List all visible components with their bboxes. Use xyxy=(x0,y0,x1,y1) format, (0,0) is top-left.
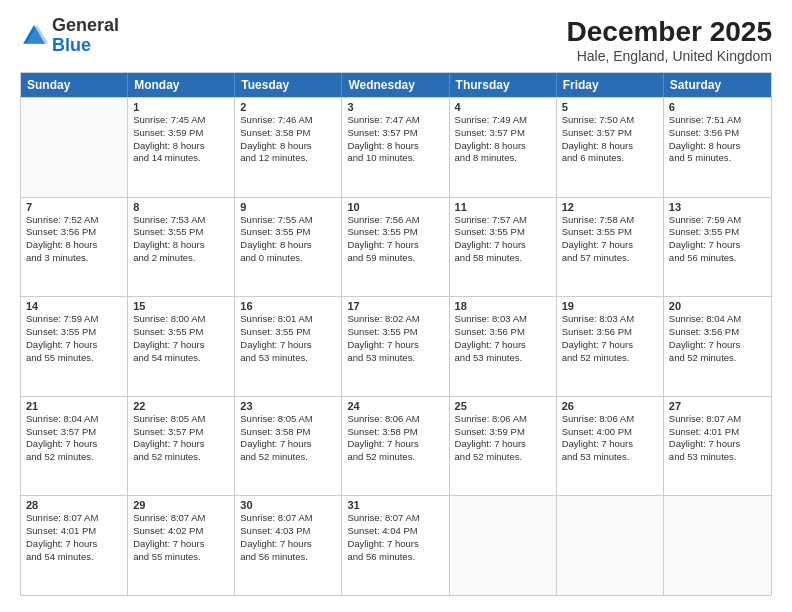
day-info: Sunrise: 8:05 AM Sunset: 3:58 PM Dayligh… xyxy=(240,413,336,464)
calendar-day-31: 31Sunrise: 8:07 AM Sunset: 4:04 PM Dayli… xyxy=(342,496,449,595)
calendar-day-14: 14Sunrise: 7:59 AM Sunset: 3:55 PM Dayli… xyxy=(21,297,128,396)
header-day-saturday: Saturday xyxy=(664,73,771,97)
day-number: 29 xyxy=(133,499,229,511)
header: General Blue December 2025 Hale, England… xyxy=(20,16,772,64)
calendar-day-24: 24Sunrise: 8:06 AM Sunset: 3:58 PM Dayli… xyxy=(342,397,449,496)
day-info: Sunrise: 7:46 AM Sunset: 3:58 PM Dayligh… xyxy=(240,114,336,165)
day-info: Sunrise: 7:59 AM Sunset: 3:55 PM Dayligh… xyxy=(669,214,766,265)
calendar-day-17: 17Sunrise: 8:02 AM Sunset: 3:55 PM Dayli… xyxy=(342,297,449,396)
day-number: 24 xyxy=(347,400,443,412)
calendar-empty-cell xyxy=(664,496,771,595)
day-info: Sunrise: 8:06 AM Sunset: 3:59 PM Dayligh… xyxy=(455,413,551,464)
calendar-day-10: 10Sunrise: 7:56 AM Sunset: 3:55 PM Dayli… xyxy=(342,198,449,297)
day-info: Sunrise: 8:06 AM Sunset: 3:58 PM Dayligh… xyxy=(347,413,443,464)
calendar-day-13: 13Sunrise: 7:59 AM Sunset: 3:55 PM Dayli… xyxy=(664,198,771,297)
day-info: Sunrise: 7:59 AM Sunset: 3:55 PM Dayligh… xyxy=(26,313,122,364)
header-day-monday: Monday xyxy=(128,73,235,97)
calendar-week-4: 21Sunrise: 8:04 AM Sunset: 3:57 PM Dayli… xyxy=(21,396,771,496)
day-info: Sunrise: 7:47 AM Sunset: 3:57 PM Dayligh… xyxy=(347,114,443,165)
calendar-day-28: 28Sunrise: 8:07 AM Sunset: 4:01 PM Dayli… xyxy=(21,496,128,595)
day-number: 18 xyxy=(455,300,551,312)
header-day-friday: Friday xyxy=(557,73,664,97)
day-info: Sunrise: 7:56 AM Sunset: 3:55 PM Dayligh… xyxy=(347,214,443,265)
day-number: 9 xyxy=(240,201,336,213)
day-info: Sunrise: 8:02 AM Sunset: 3:55 PM Dayligh… xyxy=(347,313,443,364)
day-number: 25 xyxy=(455,400,551,412)
calendar-day-6: 6Sunrise: 7:51 AM Sunset: 3:56 PM Daylig… xyxy=(664,98,771,197)
calendar-day-20: 20Sunrise: 8:04 AM Sunset: 3:56 PM Dayli… xyxy=(664,297,771,396)
day-info: Sunrise: 7:50 AM Sunset: 3:57 PM Dayligh… xyxy=(562,114,658,165)
calendar-day-25: 25Sunrise: 8:06 AM Sunset: 3:59 PM Dayli… xyxy=(450,397,557,496)
logo-general-text: General xyxy=(52,15,119,35)
day-number: 27 xyxy=(669,400,766,412)
calendar: SundayMondayTuesdayWednesdayThursdayFrid… xyxy=(20,72,772,596)
calendar-day-26: 26Sunrise: 8:06 AM Sunset: 4:00 PM Dayli… xyxy=(557,397,664,496)
calendar-empty-cell xyxy=(557,496,664,595)
day-number: 12 xyxy=(562,201,658,213)
day-info: Sunrise: 7:53 AM Sunset: 3:55 PM Dayligh… xyxy=(133,214,229,265)
day-number: 26 xyxy=(562,400,658,412)
calendar-header: SundayMondayTuesdayWednesdayThursdayFrid… xyxy=(21,73,771,97)
logo-blue-text: Blue xyxy=(52,35,91,55)
calendar-day-4: 4Sunrise: 7:49 AM Sunset: 3:57 PM Daylig… xyxy=(450,98,557,197)
header-day-wednesday: Wednesday xyxy=(342,73,449,97)
calendar-day-29: 29Sunrise: 8:07 AM Sunset: 4:02 PM Dayli… xyxy=(128,496,235,595)
day-info: Sunrise: 7:51 AM Sunset: 3:56 PM Dayligh… xyxy=(669,114,766,165)
day-info: Sunrise: 8:03 AM Sunset: 3:56 PM Dayligh… xyxy=(455,313,551,364)
day-info: Sunrise: 8:04 AM Sunset: 3:56 PM Dayligh… xyxy=(669,313,766,364)
logo-text: General Blue xyxy=(52,16,119,56)
day-info: Sunrise: 8:06 AM Sunset: 4:00 PM Dayligh… xyxy=(562,413,658,464)
calendar-day-22: 22Sunrise: 8:05 AM Sunset: 3:57 PM Dayli… xyxy=(128,397,235,496)
calendar-day-11: 11Sunrise: 7:57 AM Sunset: 3:55 PM Dayli… xyxy=(450,198,557,297)
calendar-empty-cell xyxy=(450,496,557,595)
day-info: Sunrise: 8:05 AM Sunset: 3:57 PM Dayligh… xyxy=(133,413,229,464)
logo: General Blue xyxy=(20,16,119,56)
day-info: Sunrise: 8:04 AM Sunset: 3:57 PM Dayligh… xyxy=(26,413,122,464)
logo-icon xyxy=(20,22,48,50)
day-number: 19 xyxy=(562,300,658,312)
page: General Blue December 2025 Hale, England… xyxy=(0,0,792,612)
calendar-week-5: 28Sunrise: 8:07 AM Sunset: 4:01 PM Dayli… xyxy=(21,495,771,595)
day-number: 16 xyxy=(240,300,336,312)
day-number: 4 xyxy=(455,101,551,113)
day-number: 30 xyxy=(240,499,336,511)
day-info: Sunrise: 8:07 AM Sunset: 4:03 PM Dayligh… xyxy=(240,512,336,563)
calendar-day-27: 27Sunrise: 8:07 AM Sunset: 4:01 PM Dayli… xyxy=(664,397,771,496)
day-info: Sunrise: 7:49 AM Sunset: 3:57 PM Dayligh… xyxy=(455,114,551,165)
calendar-day-30: 30Sunrise: 8:07 AM Sunset: 4:03 PM Dayli… xyxy=(235,496,342,595)
calendar-day-1: 1Sunrise: 7:45 AM Sunset: 3:59 PM Daylig… xyxy=(128,98,235,197)
day-number: 28 xyxy=(26,499,122,511)
header-day-tuesday: Tuesday xyxy=(235,73,342,97)
location: Hale, England, United Kingdom xyxy=(567,48,772,64)
day-number: 31 xyxy=(347,499,443,511)
header-day-thursday: Thursday xyxy=(450,73,557,97)
calendar-day-7: 7Sunrise: 7:52 AM Sunset: 3:56 PM Daylig… xyxy=(21,198,128,297)
calendar-body: 1Sunrise: 7:45 AM Sunset: 3:59 PM Daylig… xyxy=(21,97,771,595)
day-number: 1 xyxy=(133,101,229,113)
day-number: 2 xyxy=(240,101,336,113)
calendar-day-15: 15Sunrise: 8:00 AM Sunset: 3:55 PM Dayli… xyxy=(128,297,235,396)
day-number: 11 xyxy=(455,201,551,213)
day-number: 23 xyxy=(240,400,336,412)
day-info: Sunrise: 8:07 AM Sunset: 4:01 PM Dayligh… xyxy=(669,413,766,464)
day-number: 5 xyxy=(562,101,658,113)
day-number: 3 xyxy=(347,101,443,113)
calendar-week-3: 14Sunrise: 7:59 AM Sunset: 3:55 PM Dayli… xyxy=(21,296,771,396)
calendar-week-1: 1Sunrise: 7:45 AM Sunset: 3:59 PM Daylig… xyxy=(21,97,771,197)
day-info: Sunrise: 8:07 AM Sunset: 4:01 PM Dayligh… xyxy=(26,512,122,563)
calendar-day-12: 12Sunrise: 7:58 AM Sunset: 3:55 PM Dayli… xyxy=(557,198,664,297)
day-number: 21 xyxy=(26,400,122,412)
calendar-day-3: 3Sunrise: 7:47 AM Sunset: 3:57 PM Daylig… xyxy=(342,98,449,197)
day-number: 10 xyxy=(347,201,443,213)
day-number: 13 xyxy=(669,201,766,213)
calendar-day-2: 2Sunrise: 7:46 AM Sunset: 3:58 PM Daylig… xyxy=(235,98,342,197)
calendar-day-18: 18Sunrise: 8:03 AM Sunset: 3:56 PM Dayli… xyxy=(450,297,557,396)
calendar-day-21: 21Sunrise: 8:04 AM Sunset: 3:57 PM Dayli… xyxy=(21,397,128,496)
day-number: 15 xyxy=(133,300,229,312)
day-info: Sunrise: 8:03 AM Sunset: 3:56 PM Dayligh… xyxy=(562,313,658,364)
day-number: 14 xyxy=(26,300,122,312)
day-info: Sunrise: 8:07 AM Sunset: 4:04 PM Dayligh… xyxy=(347,512,443,563)
day-info: Sunrise: 7:58 AM Sunset: 3:55 PM Dayligh… xyxy=(562,214,658,265)
day-number: 8 xyxy=(133,201,229,213)
calendar-day-19: 19Sunrise: 8:03 AM Sunset: 3:56 PM Dayli… xyxy=(557,297,664,396)
